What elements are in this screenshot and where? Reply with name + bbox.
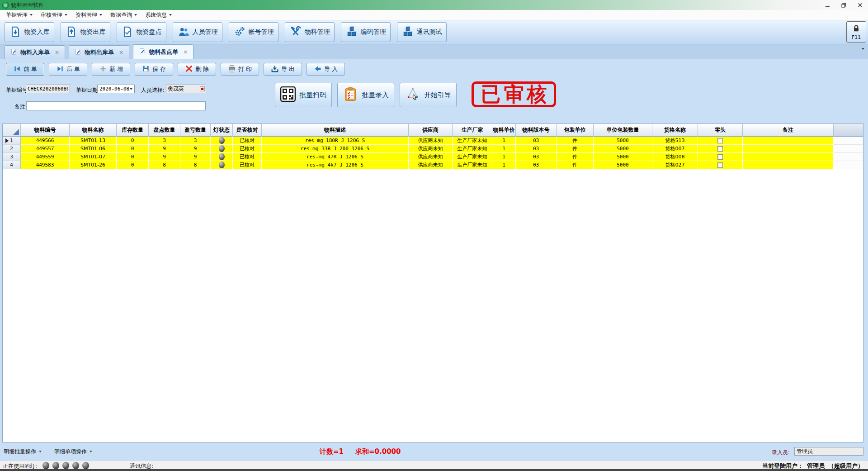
grid-cell[interactable] xyxy=(211,153,233,161)
grid-cell[interactable] xyxy=(698,153,743,161)
grid-cell[interactable]: 供应商未知 xyxy=(409,137,453,145)
grid-column-header[interactable]: 库存数量 xyxy=(117,124,149,137)
tab-1[interactable]: 物料出库单× xyxy=(69,45,129,59)
toolbar-button-3[interactable]: 人员管理 xyxy=(173,22,222,42)
grid-cell[interactable]: 9 xyxy=(149,145,180,153)
row-indicator[interactable]: 3 xyxy=(3,153,21,161)
grid-cell[interactable]: 生产厂家未知 xyxy=(453,137,492,145)
grid-cell[interactable]: res-mg 33R J 200 1206 S xyxy=(262,145,409,153)
remark-input[interactable] xyxy=(26,101,206,110)
grid-cell[interactable]: 生产厂家未知 xyxy=(453,145,492,153)
grid-cell[interactable] xyxy=(698,137,743,145)
grid-cell[interactable]: 已核对 xyxy=(233,161,262,169)
toolbar-button-2[interactable]: 物资盘点 xyxy=(117,22,166,42)
grid-cell[interactable]: 件 xyxy=(557,161,594,169)
grid-column-header[interactable]: 盘点数量 xyxy=(149,124,180,137)
tab-overflow-button[interactable] xyxy=(862,50,864,58)
tab-close-icon[interactable]: × xyxy=(183,49,188,55)
grid-cell[interactable]: 0 xyxy=(117,161,149,169)
person-input[interactable]: 樊茂英 xyxy=(166,85,206,93)
grid-select-all-corner[interactable] xyxy=(3,124,21,137)
grid-cell[interactable]: res-mg 4k7 J 1206 S xyxy=(262,161,409,169)
grid-cell[interactable] xyxy=(211,145,233,153)
grid-cell[interactable]: 9 xyxy=(149,153,180,161)
grid-cell[interactable]: res-mg 47R J 1206 S xyxy=(262,153,409,161)
tab-close-icon[interactable]: × xyxy=(55,49,59,56)
grid-cell[interactable]: 已核对 xyxy=(233,153,262,161)
grid-cell[interactable]: 8 xyxy=(149,161,180,169)
grid-cell[interactable]: 03 xyxy=(516,161,557,169)
grid-cell[interactable]: 生产厂家未知 xyxy=(453,161,492,169)
grid-cell[interactable]: 1 xyxy=(492,153,516,161)
grid-cell[interactable] xyxy=(743,153,834,161)
grid-cell[interactable]: 货格027 xyxy=(652,161,698,169)
lock-f11-button[interactable]: F11 xyxy=(846,21,866,43)
minimize-button[interactable] xyxy=(819,0,835,10)
grid-column-header[interactable]: 物料单价 xyxy=(492,124,516,137)
grid-cell[interactable] xyxy=(834,137,863,145)
row-indicator[interactable]: 2 xyxy=(3,145,21,153)
start-guide-button[interactable]: 开始引导 xyxy=(400,83,457,107)
action-button-5[interactable]: 打 印 xyxy=(221,63,259,76)
grid-cell[interactable]: 3 xyxy=(180,137,211,145)
grid-cell[interactable] xyxy=(211,137,233,145)
grid-column-header[interactable]: 备注 xyxy=(743,124,834,137)
grid-cell[interactable] xyxy=(743,137,834,145)
grid-cell[interactable] xyxy=(211,161,233,169)
batch-entry-button[interactable]: 批量录入 xyxy=(337,83,394,107)
detail-batch-ops-dropdown[interactable]: 明细批量操作 xyxy=(4,447,42,456)
grid-column-header[interactable]: 零头 xyxy=(698,124,743,137)
grid-column-header[interactable]: 物料版本号 xyxy=(516,124,557,137)
grid-cell[interactable] xyxy=(743,161,834,169)
grid-cell[interactable]: 449566 xyxy=(21,137,70,145)
toolbar-button-6[interactable]: 编码管理 xyxy=(341,22,391,42)
grid-cell[interactable]: res-mg 180R J 1206 S xyxy=(262,137,409,145)
toolbar-button-1[interactable]: 物资出库 xyxy=(61,22,110,42)
odd-checkbox[interactable] xyxy=(717,162,723,168)
grid-cell[interactable]: 5000 xyxy=(594,153,652,161)
tab-close-icon[interactable]: × xyxy=(119,49,123,56)
menu-item-4[interactable]: 系统信息 xyxy=(141,10,176,20)
grid-cell[interactable]: 已核对 xyxy=(233,137,262,145)
batch-scan-button[interactable]: 批量扫码 xyxy=(275,83,332,107)
grid-cell[interactable] xyxy=(743,145,834,153)
grid-cell[interactable]: 1 xyxy=(492,161,516,169)
grid-column-header[interactable]: 物料编号 xyxy=(21,124,70,137)
grid-cell[interactable]: 449559 xyxy=(21,153,70,161)
toolbar-button-5[interactable]: 物料管理 xyxy=(285,22,335,42)
grid-cell[interactable]: 供应商未知 xyxy=(409,153,453,161)
grid-cell[interactable]: 1 xyxy=(492,137,516,145)
grid-cell[interactable]: 8 xyxy=(180,161,211,169)
grid-cell[interactable]: 已核对 xyxy=(233,145,262,153)
grid-column-header[interactable]: 货格名称 xyxy=(652,124,698,137)
grid-cell[interactable]: 货格513 xyxy=(652,137,698,145)
grid-column-header[interactable]: 灯状态 xyxy=(211,124,233,137)
doc-no-input[interactable] xyxy=(26,85,70,93)
grid-cell[interactable]: SMT01-06 xyxy=(70,145,117,153)
close-button[interactable] xyxy=(852,0,868,10)
grid-cell[interactable] xyxy=(834,145,863,153)
grid-column-header[interactable]: 物料描述 xyxy=(262,124,409,137)
grid-cell[interactable]: 货格007 xyxy=(652,145,698,153)
action-button-1[interactable]: 后 单 xyxy=(49,63,87,76)
grid-column-header[interactable]: 生产厂家 xyxy=(453,124,492,137)
grid-cell[interactable]: 货格008 xyxy=(652,153,698,161)
grid-column-header[interactable]: 是否核对 xyxy=(233,124,262,137)
action-button-7[interactable]: 导 入 xyxy=(307,63,345,76)
grid-cell[interactable]: 5000 xyxy=(594,145,652,153)
grid-cell[interactable]: 03 xyxy=(516,153,557,161)
toolbar-button-7[interactable]: 通讯测试 xyxy=(397,22,447,42)
grid-cell[interactable]: 449583 xyxy=(21,161,70,169)
toolbar-button-0[interactable]: 物资入库 xyxy=(5,22,54,42)
tab-2[interactable]: 物料盘点单× xyxy=(133,44,193,59)
grid-cell[interactable]: 449557 xyxy=(21,145,70,153)
grid-cell[interactable] xyxy=(834,161,863,169)
menu-item-2[interactable]: 资料管理 xyxy=(71,10,106,20)
grid-column-header[interactable]: 单位包装数量 xyxy=(594,124,652,137)
grid-cell[interactable] xyxy=(834,153,863,161)
action-button-2[interactable]: 新 增 xyxy=(92,63,130,76)
grid-column-header[interactable]: 包装单位 xyxy=(557,124,594,137)
person-picker-button[interactable] xyxy=(200,86,205,91)
odd-checkbox[interactable] xyxy=(717,138,723,143)
grid-cell[interactable]: 供应商未知 xyxy=(409,145,453,153)
